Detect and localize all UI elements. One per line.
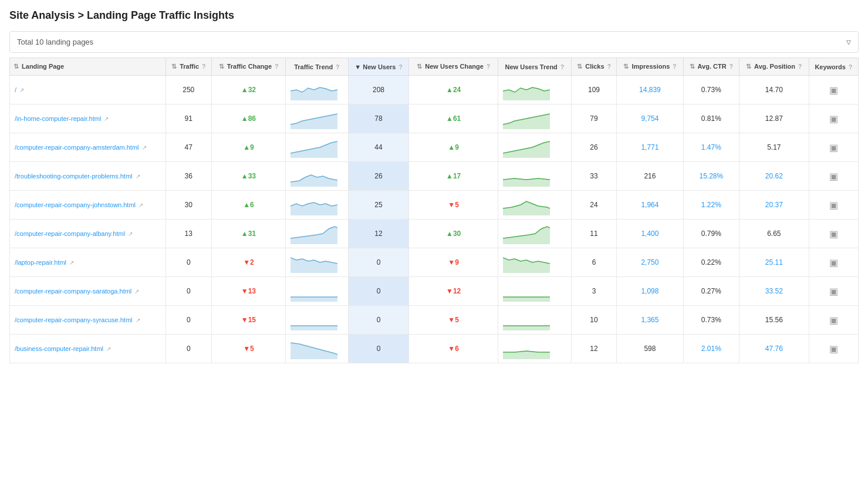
cell-avg-ctr: 0.22% — [683, 248, 739, 277]
table-row: /business-computer-repair.html ↗ 0 ▼5 0 … — [10, 335, 859, 363]
cell-traffic-trend — [285, 335, 348, 363]
cell-keywords[interactable]: ▣ — [809, 306, 858, 335]
col-traffic-change[interactable]: ⇅ Traffic Change ? — [211, 58, 285, 76]
cell-new-users-trend — [498, 133, 571, 162]
cell-traffic-trend — [285, 104, 348, 133]
cell-traffic-change: ▲33 — [211, 162, 285, 191]
cell-clicks: 26 — [571, 133, 617, 162]
cell-keywords[interactable]: ▣ — [809, 277, 858, 306]
col-impressions[interactable]: ⇅ Impressions ? — [617, 58, 683, 76]
table-row: /computer-repair-company-syracuse.html ↗… — [10, 306, 859, 335]
cell-clicks: 11 — [571, 220, 617, 248]
cell-new-users-change: ▲30 — [409, 220, 498, 248]
cell-landing-page[interactable]: / ↗ — [10, 76, 166, 104]
cell-clicks: 33 — [571, 162, 617, 191]
col-new-users-change[interactable]: ⇅ New Users Change ? — [409, 58, 498, 76]
cell-landing-page[interactable]: /computer-repair-company-saratoga.html ↗ — [10, 277, 166, 306]
cell-new-users-trend — [498, 162, 571, 191]
col-avg-position[interactable]: ⇅ Avg. Position ? — [739, 58, 809, 76]
cell-new-users: 26 — [348, 162, 409, 191]
table-row: /computer-repair-company-albany.html ↗ 1… — [10, 220, 859, 248]
cell-keywords[interactable]: ▣ — [809, 220, 858, 248]
cell-impressions: 1,365 — [617, 306, 683, 335]
keywords-icon: ▣ — [829, 286, 838, 296]
cell-keywords[interactable]: ▣ — [809, 133, 858, 162]
page-title: Site Analysis > Landing Page Traffic Ins… — [9, 9, 859, 22]
cell-avg-position: 5.17 — [739, 133, 809, 162]
cell-traffic-change: ▼15 — [211, 306, 285, 335]
cell-landing-page[interactable]: /computer-repair-company-johnstown.html … — [10, 191, 166, 220]
cell-new-users-change: ▼9 — [409, 248, 498, 277]
filter-icon[interactable]: ▿ — [846, 36, 851, 48]
cell-traffic: 36 — [166, 162, 211, 191]
cell-traffic-trend — [285, 220, 348, 248]
keywords-icon: ▣ — [829, 315, 838, 325]
cell-traffic-change: ▲9 — [211, 133, 285, 162]
cell-new-users-change: ▲9 — [409, 133, 498, 162]
cell-avg-ctr: 2.01% — [683, 335, 739, 363]
cell-traffic-change: ▲86 — [211, 104, 285, 133]
cell-keywords[interactable]: ▣ — [809, 104, 858, 133]
cell-new-users-trend — [498, 335, 571, 363]
cell-new-users: 0 — [348, 277, 409, 306]
table-row: /in-home-computer-repair.html ↗ 91 ▲86 7… — [10, 104, 859, 133]
cell-landing-page[interactable]: /computer-repair-company-syracuse.html ↗ — [10, 306, 166, 335]
cell-keywords[interactable]: ▣ — [809, 76, 858, 104]
table-row: /troubleshooting-computer-problems.html … — [10, 162, 859, 191]
cell-traffic-trend — [285, 191, 348, 220]
cell-keywords[interactable]: ▣ — [809, 248, 858, 277]
col-landing-page[interactable]: ⇅ Landing Page — [10, 58, 166, 76]
cell-new-users-trend — [498, 248, 571, 277]
cell-clicks: 6 — [571, 248, 617, 277]
cell-landing-page[interactable]: /computer-repair-company-amsterdam.html … — [10, 133, 166, 162]
cell-avg-position: 25.11 — [739, 248, 809, 277]
cell-impressions: 9,754 — [617, 104, 683, 133]
col-new-users-trend[interactable]: New Users Trend ? — [498, 58, 571, 76]
cell-new-users: 44 — [348, 133, 409, 162]
col-avg-ctr[interactable]: ⇅ Avg. CTR ? — [683, 58, 739, 76]
cell-clicks: 24 — [571, 191, 617, 220]
cell-keywords[interactable]: ▣ — [809, 335, 858, 363]
cell-keywords[interactable]: ▣ — [809, 191, 858, 220]
data-table: ⇅ Landing Page ⇅ Traffic ? ⇅ Traffic Cha… — [9, 58, 859, 363]
cell-new-users-change: ▲17 — [409, 162, 498, 191]
cell-landing-page[interactable]: /computer-repair-company-albany.html ↗ — [10, 220, 166, 248]
cell-new-users-trend — [498, 76, 571, 104]
total-label: Total 10 landing pages — [17, 38, 93, 46]
keywords-icon: ▣ — [829, 344, 838, 354]
table-row: / ↗ 250 ▲32 208 ▲24 109 14,839 0.73% 14.… — [10, 76, 859, 104]
cell-impressions: 1,098 — [617, 277, 683, 306]
cell-clicks: 3 — [571, 277, 617, 306]
cell-traffic-change: ▲31 — [211, 220, 285, 248]
cell-traffic-change: ▼5 — [211, 335, 285, 363]
keywords-icon: ▣ — [829, 143, 838, 153]
cell-avg-ctr: 0.27% — [683, 277, 739, 306]
table-row: /computer-repair-company-amsterdam.html … — [10, 133, 859, 162]
cell-impressions: 216 — [617, 162, 683, 191]
col-traffic-trend[interactable]: Traffic Trend ? — [285, 58, 348, 76]
cell-new-users-trend — [498, 104, 571, 133]
col-new-users[interactable]: ▼ New Users ? — [348, 58, 409, 76]
cell-impressions: 1,964 — [617, 191, 683, 220]
cell-traffic: 91 — [166, 104, 211, 133]
cell-impressions: 598 — [617, 335, 683, 363]
cell-new-users: 78 — [348, 104, 409, 133]
cell-clicks: 12 — [571, 335, 617, 363]
cell-landing-page[interactable]: /troubleshooting-computer-problems.html … — [10, 162, 166, 191]
cell-avg-ctr: 0.79% — [683, 220, 739, 248]
col-traffic[interactable]: ⇅ Traffic ? — [166, 58, 211, 76]
cell-landing-page[interactable]: /in-home-computer-repair.html ↗ — [10, 104, 166, 133]
table-header-row: ⇅ Landing Page ⇅ Traffic ? ⇅ Traffic Cha… — [10, 58, 859, 76]
cell-landing-page[interactable]: /laptop-repair.html ↗ — [10, 248, 166, 277]
cell-avg-position: 33.52 — [739, 277, 809, 306]
cell-keywords[interactable]: ▣ — [809, 162, 858, 191]
cell-traffic-trend — [285, 248, 348, 277]
cell-new-users: 0 — [348, 306, 409, 335]
keywords-icon: ▣ — [829, 171, 838, 181]
col-keywords[interactable]: Keywords ? — [809, 58, 858, 76]
cell-avg-position: 15.56 — [739, 306, 809, 335]
col-clicks[interactable]: ⇅ Clicks ? — [571, 58, 617, 76]
cell-new-users: 25 — [348, 191, 409, 220]
cell-landing-page[interactable]: /business-computer-repair.html ↗ — [10, 335, 166, 363]
cell-new-users: 12 — [348, 220, 409, 248]
